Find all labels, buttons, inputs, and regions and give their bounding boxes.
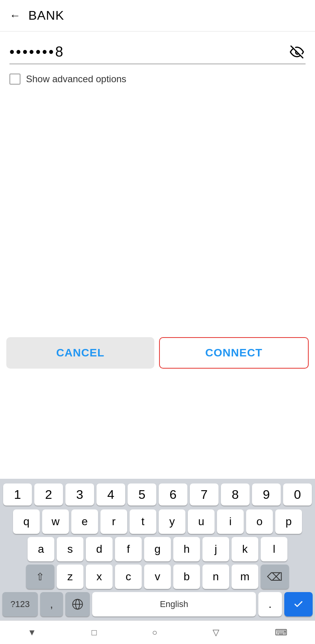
advanced-options-row: Show advanced options xyxy=(9,74,306,85)
key-g[interactable]: g xyxy=(144,537,171,561)
key-6[interactable]: 6 xyxy=(159,483,187,506)
spacebar-key[interactable]: English xyxy=(92,592,256,616)
nav-triangle-icon[interactable]: ▽ xyxy=(213,627,219,638)
action-buttons: CANCEL CONNECT xyxy=(0,337,315,369)
key-z[interactable]: z xyxy=(57,565,83,589)
key-v[interactable]: v xyxy=(144,565,171,589)
nav-square-icon[interactable]: □ xyxy=(92,627,97,638)
advanced-options-checkbox[interactable] xyxy=(9,74,20,85)
shift-icon: ⇧ xyxy=(36,571,44,583)
key-i[interactable]: i xyxy=(217,509,244,534)
key-1[interactable]: 1 xyxy=(3,483,32,506)
key-0[interactable]: 0 xyxy=(283,483,312,506)
app-header: ← BANK xyxy=(0,0,315,31)
period-key[interactable]: . xyxy=(258,592,282,616)
key-w[interactable]: w xyxy=(42,509,69,534)
key-q[interactable]: q xyxy=(13,509,40,534)
key-5[interactable]: 5 xyxy=(128,483,156,506)
key-3[interactable]: 3 xyxy=(65,483,94,506)
key-b[interactable]: b xyxy=(173,565,200,589)
keyboard-row-3: ⇧ z x c v b n m ⌫ xyxy=(0,565,315,589)
keyboard: 1 2 3 4 5 6 7 8 9 0 q w e r t y u i o p … xyxy=(0,479,315,620)
key-s[interactable]: s xyxy=(57,537,83,561)
key-a[interactable]: a xyxy=(28,537,54,561)
key-o[interactable]: o xyxy=(246,509,273,534)
shift-key[interactable]: ⇧ xyxy=(26,565,54,589)
special-chars-key[interactable]: ?123 xyxy=(2,592,38,616)
key-c[interactable]: c xyxy=(115,565,142,589)
keyboard-row-4: ?123 , English . xyxy=(0,592,315,616)
backspace-key[interactable]: ⌫ xyxy=(261,565,289,589)
key-e[interactable]: e xyxy=(71,509,98,534)
backspace-icon: ⌫ xyxy=(267,570,283,583)
key-x[interactable]: x xyxy=(86,565,113,589)
key-r[interactable]: r xyxy=(100,509,127,534)
key-8[interactable]: 8 xyxy=(221,483,250,506)
key-7[interactable]: 7 xyxy=(190,483,219,506)
nav-back-icon[interactable]: ▼ xyxy=(28,627,36,638)
comma-key[interactable]: , xyxy=(40,592,63,616)
keyboard-row-2: a s d f g h j k l xyxy=(0,537,315,561)
nav-keyboard-icon[interactable]: ⌨ xyxy=(275,627,287,638)
key-f[interactable]: f xyxy=(115,537,142,561)
key-l[interactable]: l xyxy=(261,537,287,561)
key-y[interactable]: y xyxy=(159,509,185,534)
keyboard-row-1: q w e r t y u i o p xyxy=(0,509,315,534)
key-n[interactable]: n xyxy=(202,565,229,589)
nav-circle-icon[interactable]: ○ xyxy=(152,627,157,638)
key-j[interactable]: j xyxy=(202,537,229,561)
globe-key[interactable] xyxy=(65,592,90,616)
key-u[interactable]: u xyxy=(188,509,215,534)
key-4[interactable]: 4 xyxy=(96,483,125,506)
key-d[interactable]: d xyxy=(86,537,113,561)
page-title: BANK xyxy=(28,8,64,23)
key-t[interactable]: t xyxy=(130,509,156,534)
password-field[interactable]: •••••••8 xyxy=(9,44,288,60)
password-row: •••••••8 xyxy=(9,43,306,64)
nav-bar: ▼ □ ○ ▽ ⌨ xyxy=(0,620,315,644)
keyboard-number-row: 1 2 3 4 5 6 7 8 9 0 xyxy=(0,482,315,507)
connect-button[interactable]: CONNECT xyxy=(159,337,309,369)
key-h[interactable]: h xyxy=(173,537,200,561)
advanced-options-label: Show advanced options xyxy=(26,74,126,85)
key-k[interactable]: k xyxy=(232,537,258,561)
key-9[interactable]: 9 xyxy=(252,483,281,506)
cancel-button[interactable]: CANCEL xyxy=(6,337,154,369)
key-m[interactable]: m xyxy=(232,565,258,589)
back-button[interactable]: ← xyxy=(9,9,20,22)
key-p[interactable]: p xyxy=(275,509,302,534)
enter-key[interactable] xyxy=(284,592,313,616)
content-area: •••••••8 Show advanced options xyxy=(0,31,315,85)
key-2[interactable]: 2 xyxy=(34,483,63,506)
eye-hidden-icon[interactable] xyxy=(288,43,306,61)
